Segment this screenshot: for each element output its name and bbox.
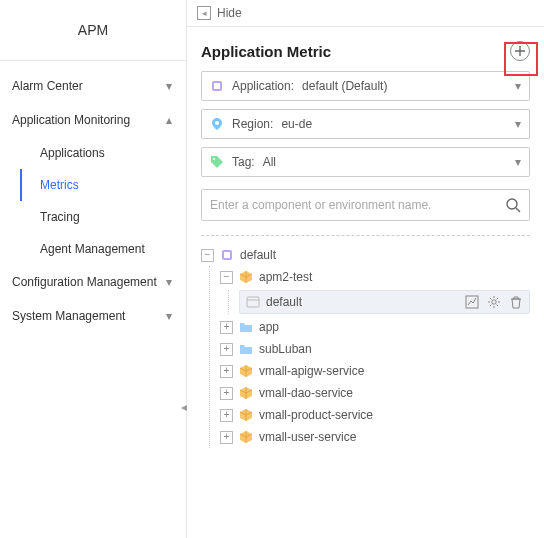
- nav-sub-agent-management[interactable]: Agent Management: [20, 233, 186, 265]
- sidebar: APM Alarm Center ▾ Application Monitorin…: [0, 0, 187, 538]
- expand-icon[interactable]: +: [220, 365, 233, 378]
- filter-label: Tag:: [232, 155, 255, 169]
- tree-leaf-default[interactable]: default: [239, 290, 530, 314]
- nav-sub-applications[interactable]: Applications: [20, 137, 186, 169]
- tree-node-vmall-product[interactable]: + vmall-product-service: [220, 404, 530, 426]
- tree-node-label: app: [259, 320, 279, 334]
- nav-sub-label: Tracing: [40, 210, 80, 224]
- chevron-down-icon: ▾: [166, 309, 172, 323]
- svg-point-11: [492, 300, 496, 304]
- search-input[interactable]: [210, 198, 505, 212]
- svg-line-5: [516, 208, 520, 212]
- plus-icon: [515, 46, 525, 56]
- expand-icon[interactable]: +: [220, 387, 233, 400]
- tree-node-label: apm2-test: [259, 270, 312, 284]
- svg-point-3: [213, 158, 215, 160]
- svg-rect-8: [247, 297, 259, 307]
- tree-node-vmall-user[interactable]: + vmall-user-service: [220, 426, 530, 448]
- cube-icon: [239, 430, 253, 444]
- nav-sub-label: Agent Management: [40, 242, 145, 256]
- tree-children: default: [228, 290, 530, 314]
- tree-node-label: vmall-product-service: [259, 408, 373, 422]
- nav-sub-metrics[interactable]: Metrics: [20, 169, 186, 201]
- chevron-down-icon: ▾: [166, 275, 172, 289]
- nav-label: System Management: [12, 309, 125, 323]
- tree-node-label: vmall-user-service: [259, 430, 356, 444]
- hide-label: Hide: [217, 6, 242, 20]
- sidebar-title: APM: [0, 0, 186, 61]
- leaf-actions: [465, 295, 523, 309]
- chevron-down-icon: ▾: [166, 79, 172, 93]
- nav-sub-label: Metrics: [40, 178, 79, 192]
- search-icon[interactable]: [505, 197, 521, 213]
- filter-value: default (Default): [302, 79, 387, 93]
- page-title: Application Metric: [201, 43, 331, 60]
- filter-value: All: [263, 155, 276, 169]
- nav-label: Application Monitoring: [12, 113, 130, 127]
- collapse-icon[interactable]: −: [201, 249, 214, 262]
- folder-icon: [239, 342, 253, 356]
- tree-root-node[interactable]: − default: [201, 244, 530, 266]
- application-icon: [210, 79, 224, 93]
- filter-label: Application:: [232, 79, 294, 93]
- expand-icon[interactable]: +: [220, 321, 233, 334]
- nav-application-monitoring[interactable]: Application Monitoring ▴: [0, 103, 186, 137]
- application-select[interactable]: Application: default (Default) ▾: [201, 71, 530, 101]
- tree-node-label: vmall-dao-service: [259, 386, 353, 400]
- expand-icon[interactable]: +: [220, 409, 233, 422]
- add-button[interactable]: [510, 41, 530, 61]
- sidebar-nav: Alarm Center ▾ Application Monitoring ▴ …: [0, 61, 186, 538]
- nav-sub-label: Applications: [40, 146, 105, 160]
- search-box: [201, 189, 530, 221]
- tree-node-vmall-dao[interactable]: + vmall-dao-service: [220, 382, 530, 404]
- expand-icon[interactable]: +: [220, 431, 233, 444]
- expand-icon[interactable]: +: [220, 343, 233, 356]
- tree-node-subluban[interactable]: + subLuban: [220, 338, 530, 360]
- tree-node-apm2-test[interactable]: − apm2-test: [220, 266, 530, 288]
- nav-sub-tracing[interactable]: Tracing: [20, 201, 186, 233]
- nav-system-management[interactable]: System Management ▾: [0, 299, 186, 333]
- region-select[interactable]: Region: eu-de ▾: [201, 109, 530, 139]
- cube-icon: [239, 364, 253, 378]
- svg-rect-1: [214, 83, 220, 89]
- chevron-down-icon: ▾: [515, 79, 521, 93]
- nav-sub-application-monitoring: Applications Metrics Tracing Agent Manag…: [0, 137, 186, 265]
- application-icon: [220, 248, 234, 262]
- gear-icon[interactable]: [487, 295, 501, 309]
- svg-rect-7: [224, 252, 230, 258]
- nav-alarm-center[interactable]: Alarm Center ▾: [0, 69, 186, 103]
- cube-icon: [239, 386, 253, 400]
- region-icon: [210, 117, 224, 131]
- tag-icon: [210, 155, 224, 169]
- tree-node-vmall-apigw[interactable]: + vmall-apigw-service: [220, 360, 530, 382]
- tree-node-app[interactable]: + app: [220, 316, 530, 338]
- hide-bar[interactable]: ◂ Hide: [187, 0, 544, 27]
- nav-label: Configuration Management: [12, 275, 157, 289]
- tag-select[interactable]: Tag: All ▾: [201, 147, 530, 177]
- tree-children: − apm2-test default: [209, 266, 530, 448]
- environment-icon: [246, 295, 260, 309]
- filters: Application: default (Default) ▾ Region:…: [187, 71, 544, 221]
- tree-node-label: vmall-apigw-service: [259, 364, 364, 378]
- nav-label: Alarm Center: [12, 79, 83, 93]
- nav-configuration-management[interactable]: Configuration Management ▾: [0, 265, 186, 299]
- trash-icon[interactable]: [509, 295, 523, 309]
- tree-node-label: default: [266, 295, 302, 309]
- cube-icon: [239, 270, 253, 284]
- divider: [201, 235, 530, 236]
- chevron-down-icon: ▾: [515, 155, 521, 169]
- folder-icon: [239, 320, 253, 334]
- filter-value: eu-de: [281, 117, 312, 131]
- tree-node-label: default: [240, 248, 276, 262]
- svg-point-2: [215, 121, 219, 125]
- chevron-up-icon: ▴: [166, 113, 172, 127]
- chevron-down-icon: ▾: [515, 117, 521, 131]
- svg-point-4: [507, 199, 517, 209]
- page-header: Application Metric: [187, 27, 544, 71]
- collapse-icon[interactable]: −: [220, 271, 233, 284]
- cube-icon: [239, 408, 253, 422]
- chart-icon[interactable]: [465, 295, 479, 309]
- hide-icon: ◂: [197, 6, 211, 20]
- tree-node-label: subLuban: [259, 342, 312, 356]
- main-panel: ◂ Hide Application Metric Application: d…: [187, 0, 544, 538]
